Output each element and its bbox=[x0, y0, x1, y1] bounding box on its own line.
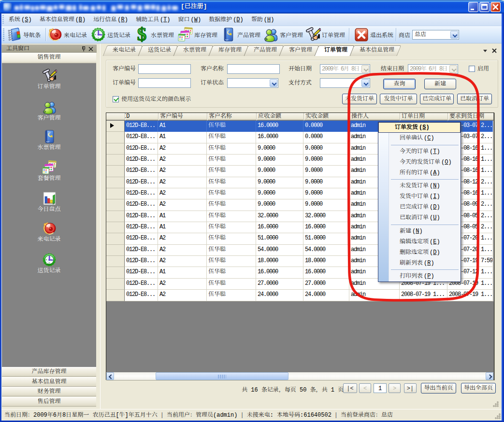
table-cell[interactable]: 012D-E8... bbox=[125, 245, 158, 256]
table-cell[interactable]: 伍华聪 bbox=[207, 211, 256, 222]
tool-window-close-icon[interactable] bbox=[88, 46, 94, 52]
table-cell[interactable]: A1 bbox=[158, 267, 207, 278]
table-cell[interactable]: 0.0000 bbox=[303, 121, 349, 132]
menu-B[interactable]: 基本信息管理(B) bbox=[37, 14, 89, 25]
sidebar-item-3[interactable]: 水票管理 bbox=[2, 129, 96, 151]
start-date-picker[interactable]: 2009年 6月 8日 bbox=[320, 64, 370, 74]
table-cell[interactable]: A2 bbox=[158, 245, 207, 256]
table-cell[interactable]: A2 bbox=[158, 166, 207, 177]
toolbar-button-1[interactable]: 导航条 bbox=[6, 26, 41, 43]
toolbar-button-6[interactable]: 产品管理 bbox=[220, 26, 260, 43]
title-bar[interactable]: [已注册] bbox=[0, 0, 504, 14]
first-page-button[interactable]: |< bbox=[343, 383, 357, 393]
filter-not-shipped-button[interactable]: 未发货订单 bbox=[342, 94, 377, 104]
table-cell[interactable]: A1 bbox=[158, 222, 207, 233]
toolbar-button-4[interactable]: 水票管理 bbox=[134, 26, 174, 43]
chevron-down-icon[interactable] bbox=[361, 79, 369, 87]
order-state-combobox[interactable] bbox=[227, 78, 278, 88]
table-cell[interactable]: 16.0000 bbox=[303, 222, 349, 233]
sidebar-group-header[interactable]: 销售管理 bbox=[2, 53, 96, 63]
table-cell[interactable]: A1 bbox=[158, 132, 207, 143]
row-header-cell[interactable] bbox=[106, 267, 125, 278]
table-cell[interactable]: 27.0000 bbox=[303, 279, 349, 290]
grid-horizontal-scrollbar[interactable] bbox=[106, 372, 493, 380]
menubar-grip[interactable] bbox=[2, 15, 4, 25]
customer-no-input[interactable] bbox=[138, 64, 191, 74]
table-cell[interactable]: 012D-E8... bbox=[125, 279, 158, 290]
table-cell[interactable]: A2 bbox=[158, 155, 207, 166]
table-cell[interactable]: A2 bbox=[158, 256, 207, 267]
context-menu-item[interactable]: 发货中订单(I) bbox=[378, 191, 461, 202]
grid-column-header[interactable]: 客户名称 bbox=[207, 113, 256, 120]
grid-column-header[interactable]: ID bbox=[125, 113, 158, 120]
table-cell[interactable]: A2 bbox=[158, 290, 207, 301]
table-cell[interactable]: 012D-E8... bbox=[125, 166, 158, 177]
context-menu-item[interactable]: 未发货订单(N) bbox=[378, 181, 461, 191]
table-cell[interactable]: 18.0000 bbox=[256, 256, 303, 267]
table-cell[interactable]: 012D-E8... bbox=[125, 132, 158, 143]
table-cell[interactable]: 32.0000 bbox=[256, 211, 303, 222]
prev-page-button[interactable]: < bbox=[359, 383, 371, 393]
table-cell[interactable]: 012D-E8... bbox=[125, 233, 158, 244]
context-menu-item[interactable]: 刷新列表(R) bbox=[378, 258, 461, 268]
context-menu-item[interactable]: 订单发货(S) bbox=[378, 122, 461, 133]
context-menu-item[interactable]: 已完成订单(D) bbox=[378, 202, 461, 212]
context-menu-item[interactable]: 打印列表(P) bbox=[378, 271, 461, 281]
table-cell[interactable]: 9.0000 bbox=[256, 143, 303, 155]
next-page-button[interactable]: > bbox=[389, 383, 401, 393]
row-header-cell[interactable] bbox=[106, 256, 125, 267]
tab-1[interactable]: 来电记录 bbox=[105, 45, 141, 56]
table-cell[interactable]: 24.0000 bbox=[256, 290, 303, 301]
table-cell[interactable]: 伍华聪 bbox=[207, 121, 256, 132]
table-cell[interactable]: A2 bbox=[158, 279, 207, 290]
new-button[interactable]: 新建 bbox=[424, 79, 456, 89]
table-cell[interactable]: 0.0000 bbox=[303, 132, 349, 143]
tab-2[interactable]: 送货记录 bbox=[140, 45, 176, 56]
context-menu-item[interactable]: 今天的订单(T) bbox=[378, 146, 461, 157]
table-cell[interactable]: 2008-07-19 1... bbox=[447, 290, 493, 301]
minimize-button[interactable] bbox=[468, 2, 478, 12]
table-cell[interactable]: 16.0000 bbox=[256, 267, 303, 278]
menu-W[interactable]: 窗口(W) bbox=[175, 14, 204, 25]
toolbar-grip[interactable] bbox=[3, 28, 4, 41]
table-cell[interactable]: 012D-E8... bbox=[125, 177, 158, 188]
table-cell[interactable]: 伍华聪 bbox=[207, 222, 256, 233]
menu-D[interactable]: 数据维护(D) bbox=[206, 14, 246, 25]
row-header-cell[interactable] bbox=[106, 155, 125, 166]
tab-7[interactable]: 订单管理 bbox=[317, 45, 352, 56]
table-cell[interactable]: 16.0000 bbox=[256, 222, 303, 233]
enable-checkbox[interactable] bbox=[469, 66, 475, 72]
grid-column-header[interactable]: 实收金额 bbox=[303, 113, 349, 120]
filter-cancelled-button[interactable]: 已取消订单 bbox=[457, 94, 492, 104]
toolbar-button-8[interactable]: 订单管理 bbox=[305, 26, 345, 43]
table-cell[interactable]: 伍华聪 bbox=[207, 132, 256, 143]
close-button[interactable] bbox=[490, 2, 501, 12]
table-cell[interactable]: 54.0000 bbox=[256, 245, 303, 256]
toolbar-button-3[interactable]: 送货记录 bbox=[90, 26, 130, 43]
sidebar-item-6[interactable]: 来电记录 bbox=[2, 221, 96, 243]
sidebar-item-4[interactable]: 套餐管理 bbox=[2, 160, 96, 182]
row-header-cell[interactable] bbox=[106, 279, 125, 290]
table-cell[interactable]: A2 bbox=[158, 233, 207, 244]
row-header-cell[interactable] bbox=[106, 188, 125, 199]
tab-4[interactable]: 库存管理 bbox=[211, 45, 246, 56]
table-cell[interactable]: A2 bbox=[158, 143, 207, 155]
filter-completed-button[interactable]: 已完成订单 bbox=[420, 94, 454, 104]
toolbar-button-9[interactable]: 退出系统 bbox=[353, 26, 393, 43]
table-cell[interactable]: 24.0000 bbox=[303, 290, 349, 301]
sidebar-group-button[interactable]: 售后管理 bbox=[2, 397, 96, 407]
menu-H[interactable]: 帮助(H) bbox=[248, 14, 277, 25]
table-cell[interactable]: 伍华聪 bbox=[207, 279, 256, 290]
table-cell[interactable]: A1 bbox=[158, 211, 207, 222]
table-cell[interactable]: 18.0000 bbox=[303, 256, 349, 267]
sidebar-item-5[interactable]: 今日盘点 bbox=[2, 191, 96, 213]
tab-8[interactable]: 基本信息管理 bbox=[352, 45, 399, 56]
row-header-cell[interactable] bbox=[106, 233, 125, 244]
toolbar-button-2[interactable]: 来电记录 bbox=[47, 26, 87, 43]
menu-S[interactable]: 系统(S) bbox=[6, 14, 35, 25]
window-resize-grip[interactable] bbox=[495, 413, 501, 419]
maximize-button[interactable] bbox=[479, 2, 490, 12]
table-cell[interactable]: 伍华聪 bbox=[207, 245, 256, 256]
row-header-cell[interactable] bbox=[106, 132, 125, 143]
tab-list-dropdown-icon[interactable] bbox=[482, 48, 489, 54]
